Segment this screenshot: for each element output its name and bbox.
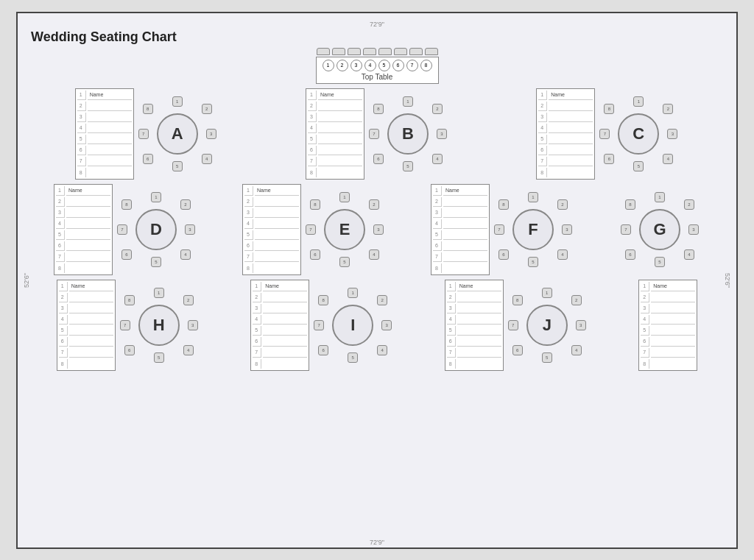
chair-B-5: 5: [403, 161, 413, 171]
name-table-J: 1Name 2 3 4 5 6 7 8: [445, 280, 504, 371]
table-label-A: A: [157, 113, 198, 155]
table-label-J: J: [526, 305, 568, 346]
chair-D-8: 8: [121, 199, 132, 210]
chair-A-5: 5: [172, 161, 183, 171]
chair-H-8: 8: [124, 295, 135, 305]
top-table-section: 1 2 3 4 5 6 7 8 Top Table: [25, 48, 729, 84]
chair-C-1: 1: [633, 96, 644, 107]
round-table-I: 1 2 3 4 5 6 7 8 I: [312, 285, 393, 366]
chair-top-6: [394, 48, 407, 55]
table-section-H: 1Name 2 3 4 5 6 7 8 1 2 3 4 5: [57, 280, 200, 371]
round-table-A: 1 2 3 4 5 6 7 8 A: [137, 93, 218, 174]
chair-B-8: 8: [373, 104, 384, 114]
chair-A-7: 7: [138, 129, 149, 139]
name-A-6: [88, 146, 132, 155]
name-A-5: [88, 135, 132, 144]
chair-A-4: 4: [202, 154, 212, 164]
chair-J-3: 3: [576, 320, 586, 330]
chair-G-5: 5: [655, 257, 665, 267]
seat-6: 6: [392, 60, 404, 71]
seat-2: 2: [337, 60, 348, 71]
round-table-C: 1 2 3 4 5 6 7 8 C: [598, 93, 679, 174]
chair-D-5: 5: [151, 257, 161, 267]
chair-J-7: 7: [508, 320, 518, 330]
chair-C-2: 2: [663, 104, 673, 114]
chair-A-1: 1: [172, 96, 183, 107]
ruler-right: 52'6": [724, 273, 731, 288]
chair-A-3: 3: [206, 129, 216, 139]
chair-A-8: 8: [143, 104, 153, 114]
chair-J-6: 6: [512, 345, 523, 355]
chair-C-7: 7: [599, 129, 610, 139]
chair-D-7: 7: [117, 224, 127, 235]
chair-top-5: [378, 48, 392, 55]
chair-B-1: 1: [403, 96, 413, 107]
chair-B-6: 6: [373, 154, 384, 164]
chair-F-1: 1: [528, 192, 538, 202]
chair-F-4: 4: [557, 249, 568, 260]
table-unit-E: 1Name 2 3 4 5 6 7 8 1 2 3 4 5 6 7: [242, 184, 385, 275]
round-table-E: 1 2 3 4 5 6 7 8 E: [304, 189, 385, 270]
name-table-I: 1Name 2 3 4 5 6 7 8: [250, 280, 309, 371]
round-table-G: 1 2 3 4 5 6 7 8 G: [619, 189, 700, 270]
table-section-I: 1Name 2 3 4 5 6 7 8 1 2 3 4 5: [250, 280, 393, 371]
chair-H-6: 6: [124, 345, 135, 355]
chair-top-8: [425, 48, 438, 55]
table-label-G: G: [639, 209, 680, 250]
chair-G-4: 4: [684, 249, 694, 260]
chair-F-2: 2: [557, 199, 568, 210]
chair-E-1: 1: [339, 192, 350, 202]
chair-C-8: 8: [604, 104, 614, 114]
chair-C-6: 6: [604, 154, 614, 164]
table-unit-G: 1 2 3 4 5 6 7 8 G: [619, 184, 700, 275]
chair-D-6: 6: [121, 249, 132, 260]
chair-H-3: 3: [188, 320, 198, 330]
chair-G-6: 6: [625, 249, 635, 260]
chair-C-3: 3: [667, 129, 677, 139]
chair-G-3: 3: [688, 224, 699, 235]
seat-4: 4: [364, 60, 376, 71]
chair-B-3: 3: [437, 129, 447, 139]
chair-I-5: 5: [348, 352, 358, 363]
name-A-7: [88, 157, 132, 166]
chair-I-6: 6: [318, 345, 328, 355]
table-unit-F: 1Name 2 3 4 5 6 7 8 1 2 3 4 5 6 7: [431, 184, 574, 275]
seat-7: 7: [406, 60, 418, 71]
table-label-C: C: [618, 113, 659, 155]
chair-F-3: 3: [562, 224, 572, 235]
chair-H-4: 4: [183, 345, 194, 355]
name-table-D: 1Name 2 3 4 5 6 7 8: [54, 184, 113, 275]
chair-J-5: 5: [542, 352, 552, 363]
table-label-F: F: [512, 209, 554, 250]
table-unit-C: 1Name 2 3 4 5 6 7 8 1 2 3 4 5 6 7: [536, 88, 679, 180]
name-table-H: 1Name 2 3 4 5 6 7 8: [57, 280, 116, 371]
chair-I-2: 2: [377, 295, 387, 305]
chair-D-2: 2: [180, 199, 191, 210]
chair-J-2: 2: [571, 295, 582, 305]
chair-top-7: [409, 48, 423, 55]
chair-E-4: 4: [369, 249, 379, 260]
chair-J-8: 8: [512, 295, 523, 305]
chair-G-1: 1: [655, 192, 665, 202]
chair-H-2: 2: [183, 295, 194, 305]
top-table-seats: 1 2 3 4 5 6 7 8: [323, 60, 432, 71]
chair-A-2: 2: [202, 104, 212, 114]
chair-I-7: 7: [314, 320, 324, 330]
name-table-B: 1Name 2 3 4 5 6 7 8: [306, 88, 364, 180]
table-label-D: D: [135, 209, 177, 250]
table-section-extra: 1Name 2 3 4 5 6 7 8: [638, 280, 697, 371]
name-table-F: 1Name 2 3 4 5 6 7 8: [431, 184, 490, 275]
chair-D-4: 4: [180, 249, 191, 260]
chair-I-3: 3: [381, 320, 392, 330]
chair-D-3: 3: [185, 224, 195, 235]
top-table-chairs: [317, 48, 438, 55]
chair-H-7: 7: [120, 320, 130, 330]
table-unit-D: 1Name 2 3 4 5 6 7 8 1 2 3 4 5 6 7: [54, 184, 197, 275]
chair-E-3: 3: [373, 224, 384, 235]
table-label-B: B: [387, 113, 429, 155]
name-table-C: 1Name 2 3 4 5 6 7 8: [536, 88, 595, 180]
ruler-left: 52'6": [23, 273, 30, 288]
name-A-1: Name: [88, 91, 132, 100]
chair-B-2: 2: [432, 104, 443, 114]
chair-F-5: 5: [528, 257, 538, 267]
